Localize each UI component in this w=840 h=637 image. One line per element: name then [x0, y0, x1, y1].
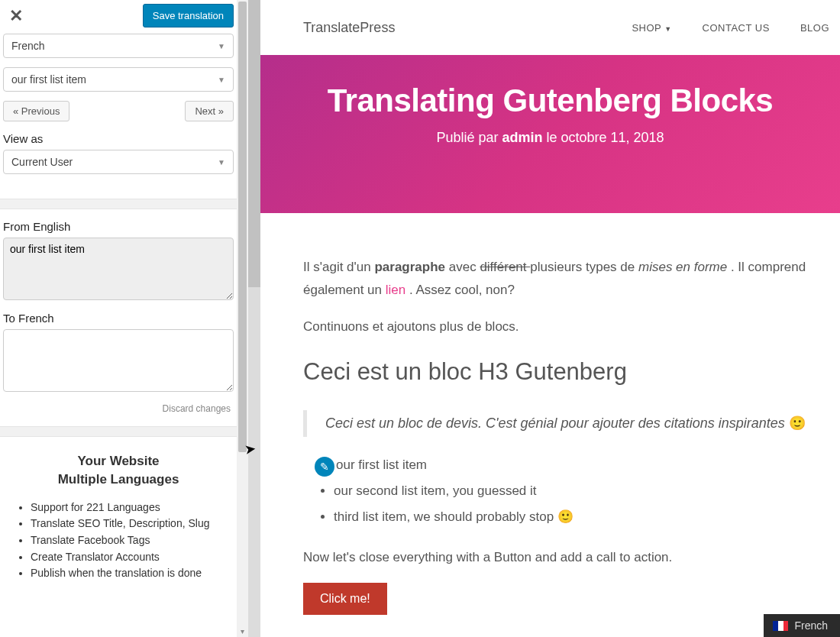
article-body: Il s'agit d'un paragraphe avec différent…	[271, 213, 840, 637]
nav-shop[interactable]: SHOP ▼	[632, 22, 671, 34]
list-item: ✎our first list item	[315, 454, 808, 477]
heading-h3: Ceci est un bloc H3 Gutenberg	[303, 351, 808, 393]
previous-button[interactable]: « Previous	[3, 101, 69, 121]
scrollbar-thumb[interactable]	[238, 2, 247, 452]
list-item: third list item, we should probably stop…	[334, 506, 808, 529]
nav-contact[interactable]: CONTACT US	[703, 22, 770, 34]
site-brand[interactable]: TranslatePress	[303, 20, 395, 36]
flag-fr-icon	[773, 621, 788, 631]
paragraph: Il s'agit d'un paragraphe avec différent…	[303, 256, 808, 302]
string-select-value: our first list item	[11, 73, 86, 86]
chevron-down-icon: ▼	[664, 24, 671, 32]
page-preview: TranslatePress SHOP ▼ CONTACT US BLOG Tr…	[260, 0, 840, 637]
translation-textarea[interactable]	[3, 329, 234, 392]
post-author[interactable]: admin	[502, 130, 542, 145]
page-title: Translating Gutenberg Blocks	[260, 82, 840, 119]
promo-title: Your WebsiteMultiple Languages	[3, 452, 234, 489]
string-select[interactable]: our first list item	[3, 67, 234, 92]
next-button[interactable]: Next »	[185, 101, 234, 121]
from-language-label: From English	[3, 220, 234, 233]
main-nav: SHOP ▼ CONTACT US BLOG	[632, 22, 829, 34]
promo-item: Create Translator Accounts	[31, 549, 234, 566]
pane-divider[interactable]	[248, 0, 260, 637]
close-icon[interactable]: ✕	[5, 5, 27, 27]
promo-item: Translate Facebook Tags	[31, 532, 234, 549]
view-as-label: View as	[3, 132, 234, 145]
divider	[0, 426, 237, 437]
smile-emoji: 🙂	[789, 416, 806, 431]
nav-blog[interactable]: BLOG	[800, 22, 829, 34]
list-item: our second list item, you guessed it	[334, 480, 808, 503]
divider	[0, 199, 237, 209]
save-translation-button[interactable]: Save translation	[143, 4, 234, 27]
language-select[interactable]: French	[3, 34, 234, 58]
promo-item: Translate SEO Title, Description, Slug	[31, 516, 234, 532]
language-switcher-label: French	[794, 619, 828, 632]
scroll-down-icon[interactable]: ▾	[237, 626, 248, 637]
promo-item: Publish when the translation is done	[31, 565, 234, 582]
view-as-value: Current User	[11, 156, 73, 168]
content-list: ✎our first list item our second list ite…	[334, 454, 808, 528]
promo-item: Support for 221 Languages	[31, 500, 234, 516]
hero-banner: Translating Gutenberg Blocks Publié par …	[260, 55, 840, 213]
language-select-value: French	[11, 40, 45, 52]
promo-panel: Your WebsiteMultiple Languages Support f…	[0, 437, 237, 590]
edit-icon[interactable]: ✎	[315, 457, 334, 477]
paragraph: Continuons et ajoutons plus de blocs.	[303, 315, 808, 338]
site-header: TranslatePress SHOP ▼ CONTACT US BLOG	[260, 0, 840, 55]
source-textarea[interactable]	[3, 238, 234, 300]
view-as-select[interactable]: Current User	[3, 150, 234, 174]
discard-changes-link[interactable]: Discard changes	[3, 403, 234, 422]
post-meta: Publié par admin le octobre 11, 2018	[260, 130, 840, 146]
blockquote: Ceci est un bloc de devis. C'est génial …	[303, 410, 808, 438]
sidebar-scrollbar[interactable]: ▴ ▾	[237, 0, 248, 637]
to-language-label: To French	[3, 312, 234, 325]
smile-emoji: 🙂	[557, 509, 573, 524]
language-switcher[interactable]: French	[764, 614, 840, 637]
content-link[interactable]: lien	[386, 283, 405, 297]
cta-button[interactable]: Click me!	[303, 583, 387, 615]
paragraph: Now let's close everything with a Button…	[303, 546, 808, 569]
translation-sidebar: ✕ Save translation French our first list…	[0, 0, 248, 637]
